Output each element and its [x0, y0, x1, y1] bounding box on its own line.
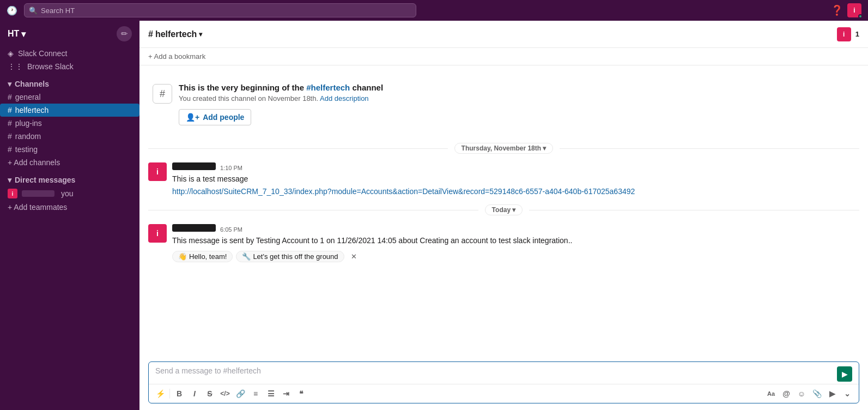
intro-channel-link[interactable]: #helfertech	[306, 83, 350, 92]
help-icon[interactable]: ❓	[831, 4, 843, 16]
add-bookmark-label: + Add a bookmark	[148, 52, 205, 61]
toolbar-strikethrough-button[interactable]: S	[203, 387, 217, 401]
channel-avatar-letter: i	[843, 31, 845, 38]
plug-ins-label: plug-ins	[15, 119, 42, 128]
link-icon: 🔗	[236, 389, 245, 398]
sidebar-item-browse-slack[interactable]: ⋮⋮ Browse Slack	[0, 60, 139, 73]
reaction-hello-team[interactable]: 👋 Hello, team!	[172, 251, 233, 262]
toolbar-more-button[interactable]: ⌄	[840, 387, 854, 401]
attachment-icon: 📎	[812, 389, 822, 398]
channel-intro-sub: You created this channel on November 18t…	[179, 94, 383, 102]
strikethrough-icon: S	[207, 389, 212, 398]
message-avatar-letter-1: i	[156, 167, 159, 176]
reaction-close-button[interactable]: ✕	[348, 251, 360, 262]
toolbar-indent-button[interactable]: ⇥	[279, 387, 293, 401]
message-content-1: 1:10 PM This is a test message http://lo…	[172, 162, 635, 196]
user-avatar[interactable]: i	[847, 3, 861, 17]
channel-name-button[interactable]: # helfertech ▾	[148, 29, 202, 39]
message-header-2: 6:05 PM	[172, 224, 572, 233]
toolbar-unordered-list-button[interactable]: ☰	[264, 387, 278, 401]
sidebar-item-testing[interactable]: # testing	[0, 143, 139, 156]
message-header-1: 1:10 PM	[172, 162, 635, 171]
toolbar-italic-button[interactable]: I	[187, 387, 202, 401]
toolbar-code-button[interactable]: </>	[218, 387, 232, 401]
browse-slack-label: Browse Slack	[27, 62, 74, 71]
toolbar-mention-button[interactable]: @	[779, 387, 793, 401]
search-input[interactable]	[41, 7, 411, 15]
workspace-name: HT ▾	[8, 29, 26, 39]
dm-avatar: i	[8, 189, 17, 198]
toolbar-link-button[interactable]: 🔗	[233, 387, 247, 401]
intro-sub-text: You created this channel on November 18t…	[179, 94, 318, 102]
add-people-button[interactable]: 👤+ Add people	[179, 109, 251, 125]
dm-item-you[interactable]: i you	[0, 186, 139, 201]
date-label-today[interactable]: Today ▾	[485, 204, 523, 215]
message-avatar-2: i	[148, 224, 167, 243]
toolbar-text-size-button[interactable]: Aa	[764, 387, 778, 401]
channels-group-header[interactable]: ▾ Channels	[0, 73, 139, 91]
sidebar-item-random[interactable]: # random	[0, 130, 139, 143]
date-divider-nov18: Thursday, November 18th ▾	[139, 138, 868, 158]
add-channels-label: + Add channels	[8, 158, 60, 167]
sidebar-item-general[interactable]: # general	[0, 91, 139, 104]
date-label-nov18[interactable]: Thursday, November 18th ▾	[454, 143, 554, 154]
add-bookmark-button[interactable]: + Add a bookmark	[148, 52, 205, 61]
mention-icon: @	[782, 389, 790, 398]
channel-intro-content: This is the very beginning of the #helfe…	[179, 83, 383, 125]
toolbar-ordered-list-button[interactable]: ≡	[248, 387, 263, 401]
helfertech-label: helfertech	[15, 106, 48, 114]
general-label: general	[15, 93, 41, 101]
direct-messages-group-header[interactable]: ▾ Direct messages	[0, 169, 139, 186]
testing-label: testing	[15, 145, 38, 154]
toolbar-block-button[interactable]: ❝	[294, 387, 308, 401]
sidebar-item-helfertech[interactable]: # helfertech	[0, 104, 139, 117]
reactions-row-2: 👋 Hello, team! 🔧 Let's get this off the …	[172, 251, 572, 262]
bold-icon: B	[177, 389, 182, 398]
send-icon: ▶	[842, 370, 848, 378]
message-avatar-letter-2: i	[156, 229, 159, 238]
slack-connect-icon: ◈	[8, 49, 14, 58]
add-teammates-label: + Add teammates	[8, 203, 67, 212]
search-icon: 🔍	[29, 7, 38, 15]
block-quote-icon: ❝	[299, 389, 304, 398]
toolbar-send-button[interactable]: ▶	[825, 387, 839, 401]
dm-chevron-icon: ▾	[8, 176, 11, 184]
unordered-list-icon: ☰	[268, 389, 275, 398]
message-link-1[interactable]: http://localhost/SuiteCRM_7_10_33/index.…	[172, 187, 635, 196]
compose-button[interactable]: ✏	[117, 26, 132, 41]
reaction-off-the-ground[interactable]: 🔧 Let's get this off the ground	[236, 251, 344, 262]
search-bar[interactable]: 🔍	[24, 3, 416, 17]
date-divider-today: Today ▾	[139, 200, 868, 220]
italic-icon: I	[193, 389, 196, 398]
hash-icon: #	[8, 145, 12, 154]
messages-area[interactable]: # This is the very beginning of the #hel…	[139, 65, 868, 361]
hash-icon: #	[8, 132, 12, 141]
toolbar-lightning-button[interactable]: ⚡	[153, 387, 167, 401]
channel-header-avatar[interactable]: i	[837, 27, 851, 41]
reaction-label-1: Hello, team!	[189, 252, 227, 261]
reaction-emoji-1: 👋	[178, 252, 187, 261]
toolbar-attachment-button[interactable]: 📎	[810, 387, 824, 401]
ordered-list-icon: ≡	[253, 389, 258, 398]
message-input-area: Send a message to #helfertech ▶ ⚡ B I S	[148, 361, 859, 403]
toolbar-emoji-button[interactable]: ☺	[794, 387, 809, 401]
topbar: 🕐 🔍 ❓ i	[0, 0, 868, 21]
send-button[interactable]: ▶	[837, 366, 852, 382]
toolbar-bold-button[interactable]: B	[172, 387, 186, 401]
intro-title-prefix: This is the very beginning of the	[179, 83, 306, 92]
history-icon[interactable]: 🕐	[7, 5, 17, 16]
add-description-link[interactable]: Add description	[320, 94, 369, 102]
dm-avatar-letter: i	[12, 191, 14, 197]
sidebar-item-slack-connect[interactable]: ◈ Slack Connect	[0, 47, 139, 60]
text-size-icon: Aa	[767, 390, 775, 397]
sidebar-item-plug-ins[interactable]: # plug-ins	[0, 117, 139, 130]
message-input-placeholder[interactable]: Send a message to #helfertech	[155, 366, 837, 375]
browse-slack-icon: ⋮⋮	[8, 62, 23, 71]
main-layout: HT ▾ ✏ ◈ Slack Connect ⋮⋮ Browse Slack ▾…	[0, 21, 868, 410]
workspace-header[interactable]: HT ▾ ✏	[0, 21, 139, 47]
channel-area: # helfertech ▾ i 1 + Add a bookmark	[139, 21, 868, 410]
add-person-icon: 👤+	[186, 113, 199, 122]
add-teammates-button[interactable]: + Add teammates	[0, 201, 139, 214]
add-channels-button[interactable]: + Add channels	[0, 156, 139, 169]
message-time-1: 1:10 PM	[220, 165, 242, 171]
